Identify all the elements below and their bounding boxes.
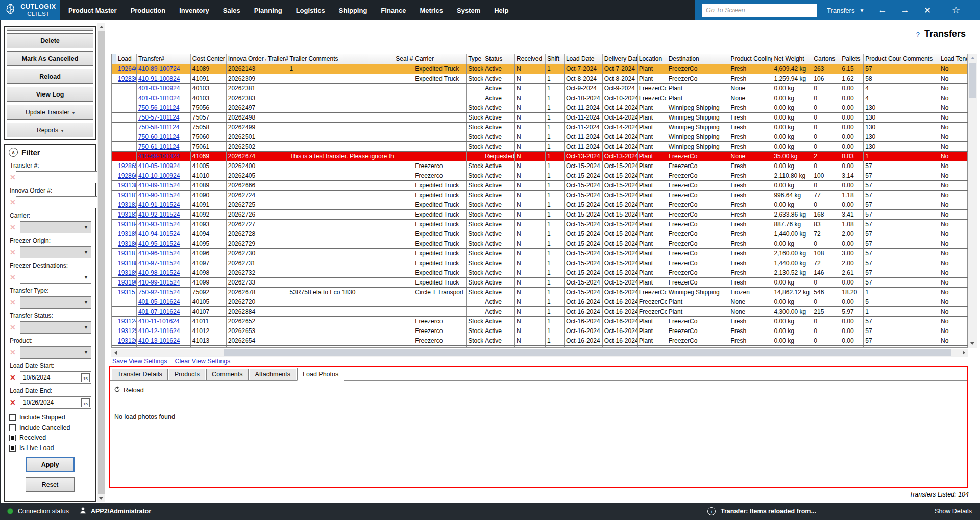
cell-link[interactable]: 192860 [118,172,137,179]
table-row[interactable]: 193138410-89-1015244108920262666Expedite… [112,181,968,191]
reports-dropdown-button[interactable]: Reports▾ [7,123,93,137]
cell-link[interactable]: 750-92-101524 [138,289,180,296]
menu-sales[interactable]: Sales [223,7,240,14]
cell-link[interactable]: 410-97-101524 [138,259,180,267]
cell-link[interactable]: 401-05-101624 [138,298,180,305]
column-header-destination[interactable]: Destination [667,54,729,64]
column-header-delivery-date[interactable]: Delivery Date [603,54,638,64]
table-row[interactable]: 193127410-14-1016244101420262655Freezerc… [112,346,968,348]
table-row[interactable]: 193181410-90-1015244109020262724Expedite… [112,191,968,200]
cell-link[interactable]: 192830 [118,75,137,82]
column-header-trailer[interactable]: Trailer# [266,54,288,64]
clear-view-settings-link[interactable]: Clear View Settings [175,358,230,365]
load-date-start-input[interactable]: 10/6/202415 [20,371,91,384]
cell-link[interactable]: 193157 [118,289,137,296]
table-row[interactable]: 193157750-92-101524750922026267853R758 e… [112,288,968,297]
table-row[interactable]: 193190410-99-1015244109920262733Expedite… [112,278,968,288]
forward-arrow-icon[interactable]: → [894,5,916,15]
table-row[interactable]: 401-07-1016244010720262884ActiveN1Oct-16… [112,307,968,317]
help-link[interactable]: ? [916,31,920,38]
calendar-icon[interactable]: 15 [81,373,90,382]
column-header-pallets[interactable]: Pallets [840,54,864,64]
load-date-end-input[interactable]: 10/26/202415 [20,396,91,409]
column-header-load-tender[interactable]: Load Tender [939,54,968,64]
cell-link[interactable]: 410-99-101524 [138,279,180,286]
table-row[interactable]: 193125410-12-1016244101220262653Freezerc… [112,326,968,336]
scrollbar-thumb[interactable] [969,63,976,98]
freezer-origin-select[interactable]: ▼ [20,246,91,258]
scroll-left-icon[interactable] [114,351,117,355]
include-shipped-checkbox[interactable]: Include Shipped [9,412,91,422]
menu-production[interactable]: Production [131,7,166,14]
cell-link[interactable]: 410-90-101524 [138,192,180,199]
table-row[interactable]: 750-61-1011247506120262502StockActiveN1O… [112,142,968,152]
table-row[interactable]: 193185410-94-1015244109420262728Expedite… [112,229,968,239]
go-to-screen-input[interactable] [702,4,817,17]
cell-link[interactable]: 410-11-101624 [138,318,180,325]
delete-button[interactable]: Delete [7,33,93,48]
tab-attachments[interactable]: Attachments [250,369,296,380]
cell-link[interactable]: 410-92-101524 [138,211,180,218]
back-arrow-icon[interactable]: ← [871,5,894,15]
table-row[interactable]: 401-05-1016244010520262720ActiveN1Oct-16… [112,297,968,307]
column-header-transfer[interactable]: Transfer# [137,54,191,64]
menu-shipping[interactable]: Shipping [339,7,368,14]
partial-button[interactable] [7,28,93,31]
cell-link[interactable]: 410-89-100724 [138,65,180,73]
mark-as-cancelled-button[interactable]: Mark As Cancelled [7,51,93,66]
view-log-button[interactable]: View Log [7,87,93,102]
table-row[interactable]: 750-56-1011247505620262497StockActiveN1O… [112,103,968,113]
collapse-chevron-icon[interactable]: ∧ [9,148,18,157]
table-row[interactable]: 193186410-95-1015244109520262729Expedite… [112,239,968,249]
cell-link[interactable]: 410-05-100924 [138,162,180,170]
cell-link[interactable]: 410-96-101524 [138,250,180,257]
cell-link[interactable]: 410-95-101524 [138,240,180,247]
checkbox-icon[interactable] [9,435,16,441]
cell-link[interactable]: 410-89-101524 [138,182,180,189]
column-header-cartons[interactable]: Cartons [812,54,840,64]
cell-link[interactable]: 750-57-101124 [138,114,180,121]
show-details-button[interactable]: Show Details [935,503,972,520]
cell-link[interactable]: 410-98-101524 [138,269,180,276]
favorite-star-icon[interactable]: ☆ [939,5,973,16]
clear-icon[interactable]: ✕ [9,348,20,357]
cell-link[interactable]: 192640 [118,65,137,73]
scroll-down-icon[interactable] [99,497,103,500]
apply-button[interactable]: Apply [26,457,75,472]
table-row[interactable]: 750-60-1011247506020262501StockActiveN1O… [112,132,968,142]
cell-link[interactable]: 410-10-100924 [138,172,180,179]
table-row[interactable]: 410-69-1013244106920262674This is a test… [112,152,968,161]
column-header-innova-order[interactable]: Innova Order # [227,54,266,64]
reload-action[interactable]: Reload [114,386,967,395]
table-row[interactable]: 750-58-1011247505820262499StockActiveN1O… [112,123,968,132]
column-header-seal[interactable]: Seal # [394,54,413,64]
transfer-input[interactable] [16,171,100,183]
table-row[interactable]: 192830410-91-1008244109120262309Expedite… [112,74,968,84]
cell-link[interactable]: 193125 [118,327,137,335]
scroll-up-icon[interactable] [971,57,975,59]
save-view-settings-link[interactable]: Save View Settings [112,358,167,365]
column-header-net-weight[interactable]: Net Weight [772,54,812,64]
scroll-right-icon[interactable] [963,351,965,355]
tab-comments[interactable]: Comments [206,369,248,380]
clear-icon[interactable]: ✕ [9,248,20,256]
table-row[interactable]: 750-57-1011247505720262498StockActiveN1O… [112,113,968,123]
freezer-destinations-select[interactable]: ▼ [20,271,91,284]
tab-transfer-details[interactable]: Transfer Details [112,369,168,380]
cell-link[interactable]: 410-93-101524 [138,221,180,228]
cell-link[interactable]: 193186 [118,240,137,247]
transfer-type-select[interactable]: ▼ [20,296,91,309]
cell-link[interactable]: 401-07-101624 [138,308,180,315]
received-checkbox[interactable]: Received [9,433,91,443]
column-header-received[interactable]: Received [515,54,546,64]
clear-icon[interactable]: ✕ [9,173,16,181]
cell-link[interactable]: 750-56-101124 [138,104,180,111]
table-row[interactable]: 193126410-13-1016244101320262654Freezerc… [112,336,968,346]
grid-horizontal-scrollbar[interactable] [111,349,968,357]
cell-link[interactable]: 410-13-101624 [138,337,180,344]
cell-link[interactable]: 193184 [118,221,137,228]
checkbox-icon[interactable] [9,445,16,452]
sidebar-scrollbar[interactable] [97,23,105,502]
cell-link[interactable]: 401-03-101024 [138,94,180,102]
clear-icon[interactable]: ✕ [9,373,20,382]
